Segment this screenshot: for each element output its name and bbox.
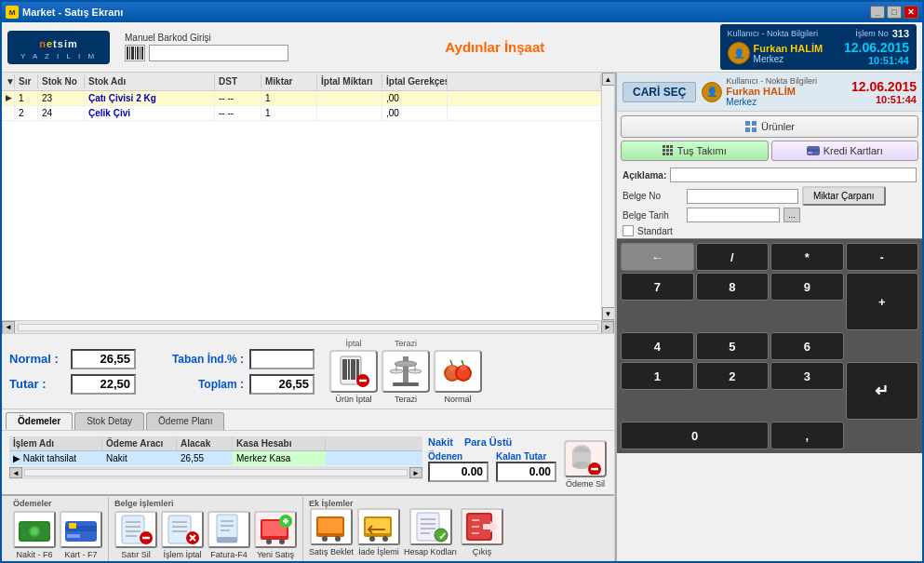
belge-no-label: Belge No bbox=[623, 191, 683, 201]
numpad-plus[interactable]: + bbox=[846, 273, 919, 330]
belge-no-input[interactable] bbox=[687, 189, 798, 204]
kalan-value: 0.00 bbox=[496, 462, 556, 482]
yeni-satis-button[interactable]: Yeni Satış bbox=[254, 511, 297, 559]
aciklama-input[interactable] bbox=[670, 168, 917, 182]
islem-iptal-button[interactable]: İşlem İptal bbox=[161, 511, 204, 559]
miktar-carpani-button[interactable]: Miktar Çarpanı bbox=[802, 186, 886, 206]
kullanici-nokta-label: Kullanıcı - Nokta Bilgileri bbox=[726, 76, 817, 86]
urun-iptal-button[interactable]: Ürün İptal bbox=[329, 350, 378, 404]
th-miktar: Miktar bbox=[261, 74, 317, 88]
td-iptal-miktar bbox=[317, 106, 382, 120]
logo-text: netsim bbox=[39, 34, 77, 51]
horizontal-scrollbar[interactable]: ◄ ► bbox=[2, 320, 614, 333]
maximize-button[interactable]: □ bbox=[887, 6, 902, 19]
numpad-6[interactable]: 6 bbox=[770, 332, 844, 360]
tab-stok-detay[interactable]: Stok Detay bbox=[74, 412, 144, 430]
islem-iptal-icon bbox=[161, 511, 204, 548]
scroll-right-button[interactable]: ► bbox=[601, 321, 614, 334]
tab-odemeler[interactable]: Ödemeler bbox=[6, 412, 73, 430]
numpad-left-arrow[interactable]: ← bbox=[621, 243, 694, 271]
numpad-minus[interactable]: - bbox=[846, 243, 919, 271]
numpad-7[interactable]: 7 bbox=[621, 273, 694, 301]
th-indicator: ▼ bbox=[2, 74, 15, 88]
taban-ind-value bbox=[249, 349, 315, 369]
numpad-row-3: 4 5 6 bbox=[621, 332, 918, 360]
table-body[interactable]: ▶ 1 23 Çatı Çivisi 2 Kg -- -- 1 ,00 bbox=[2, 91, 601, 121]
numpad-row-5: 0 , bbox=[621, 422, 918, 449]
numpad-row-2: 7 8 9 + bbox=[621, 273, 918, 330]
urunler-area: Ürünler Tuş Takımı Kredi Kartları bbox=[617, 112, 922, 165]
p-scroll-right[interactable]: ► bbox=[409, 467, 422, 478]
nakit-f6-button[interactable]: Nakit - F6 bbox=[13, 511, 56, 559]
numpad: ← / * - 7 8 9 + bbox=[617, 238, 922, 453]
tabs-section: Ödemeler Stok Detay Ödeme Planı bbox=[2, 409, 614, 430]
nakit-icon bbox=[13, 511, 56, 548]
svg-point-77 bbox=[369, 536, 375, 542]
cikis-button[interactable]: Çıkış bbox=[461, 508, 503, 556]
table-row[interactable]: 2 24 Çelik Çivi -- -- 1 ,00 bbox=[2, 106, 601, 121]
cari-sec-button[interactable]: CARİ SEÇ bbox=[623, 82, 696, 102]
numpad-multiply[interactable]: * bbox=[770, 243, 844, 271]
belge-tarih-input[interactable] bbox=[687, 208, 780, 222]
payment-row[interactable]: ▶ Nakit tahsilat Nakit 26,55 Merkez Kasa bbox=[9, 451, 422, 466]
terazi-button[interactable]: Terazi bbox=[382, 350, 430, 404]
kredi-kartlari-button[interactable]: Kredi Kartları bbox=[771, 141, 919, 161]
p-scroll-left[interactable]: ◄ bbox=[9, 467, 22, 478]
barcode-input[interactable] bbox=[149, 45, 288, 61]
svg-point-67 bbox=[279, 539, 285, 544]
svg-point-78 bbox=[382, 536, 388, 542]
standart-checkbox[interactable] bbox=[623, 225, 634, 236]
table-content: ▼ Sır Stok No Stok Adı DST Miktar İptal … bbox=[2, 73, 601, 320]
product-table-area: ▼ Sır Stok No Stok Adı DST Miktar İptal … bbox=[2, 73, 614, 333]
table-scrollbar[interactable]: ▲ ▼ bbox=[601, 73, 614, 320]
scroll-down-button[interactable]: ▼ bbox=[602, 307, 615, 320]
table-row[interactable]: ▶ 1 23 Çatı Çivisi 2 Kg -- -- 1 ,00 bbox=[2, 91, 601, 106]
payment-horiz-scroll[interactable]: ◄ ► bbox=[9, 466, 422, 479]
kart-f7-button[interactable]: Kart - F7 bbox=[60, 511, 102, 559]
scroll-left-button[interactable]: ◄ bbox=[2, 321, 15, 334]
numpad-5[interactable]: 5 bbox=[696, 332, 770, 360]
numpad-4[interactable]: 4 bbox=[621, 332, 694, 360]
belge-tarih-picker-button[interactable]: ... bbox=[783, 208, 800, 222]
td-stok-adi: Çelik Çivi bbox=[85, 106, 215, 120]
ek-islemler-title: Ek İşlemler bbox=[309, 499, 503, 508]
islem-iptal-label: İşlem İptal bbox=[163, 550, 201, 559]
tus-kredi-row: Tuş Takımı Kredi Kartları bbox=[621, 141, 918, 161]
scroll-up-button[interactable]: ▲ bbox=[602, 73, 615, 86]
fatura-f4-label: Fatura-F4 bbox=[210, 550, 248, 559]
nakit-section: Nakit Para Üstü Ödenen 0.00 Kalan Tutar bbox=[428, 436, 558, 482]
satis-beklet-button[interactable]: Satış Beklet bbox=[309, 508, 354, 556]
numpad-divide[interactable]: / bbox=[696, 243, 770, 271]
hesap-kodlari-button[interactable]: ✓ Hesap Kodları bbox=[404, 508, 457, 556]
odeme-sil-button[interactable]: Ödeme Sil bbox=[564, 440, 607, 489]
numpad-2[interactable]: 2 bbox=[696, 362, 770, 390]
svg-point-39 bbox=[31, 528, 38, 535]
numpad-row-4: 1 2 3 ↵ bbox=[621, 362, 918, 420]
numpad-0[interactable]: 0 bbox=[621, 422, 769, 449]
td-iptal-gerekce: ,00 bbox=[382, 106, 448, 120]
urunler-button[interactable]: Ürünler bbox=[621, 115, 918, 138]
satir-sil-button[interactable]: Satır Sil bbox=[114, 511, 157, 559]
numpad-comma[interactable]: , bbox=[770, 422, 844, 449]
kullanici-label: Kullanıcı - Nokta Bilgileri bbox=[728, 29, 819, 38]
payment-bottom: İşlem Adı Ödeme Aracı Alacak Kasa Hesabı… bbox=[6, 434, 610, 491]
numpad-3[interactable]: 3 bbox=[770, 362, 844, 390]
fatura-f4-button[interactable]: Fatura-F4 bbox=[208, 511, 250, 559]
svg-rect-40 bbox=[19, 525, 24, 529]
numpad-9[interactable]: 9 bbox=[770, 273, 844, 301]
td-iptal-miktar bbox=[317, 91, 382, 105]
avatar-right: 👤 bbox=[702, 82, 722, 102]
numpad-8[interactable]: 8 bbox=[696, 273, 770, 301]
table-wrapper: ▼ Sır Stok No Stok Adı DST Miktar İptal … bbox=[2, 73, 614, 320]
iade-islemi-button[interactable]: İade İşlemi bbox=[357, 508, 400, 556]
numpad-1[interactable]: 1 bbox=[621, 362, 694, 390]
minimize-button[interactable]: _ bbox=[870, 6, 885, 19]
tab-odeme-plani[interactable]: Ödeme Planı bbox=[146, 412, 224, 430]
user-right-info: 👤 Kullanıcı - Nokta Bilgileri Furkan HAL… bbox=[702, 76, 817, 107]
close-button[interactable]: ✕ bbox=[904, 6, 918, 19]
titlebar-controls[interactable]: _ □ ✕ bbox=[870, 6, 918, 19]
odenen-col: Ödenen 0.00 bbox=[428, 451, 489, 482]
tus-takimi-button[interactable]: Tuş Takımı bbox=[621, 141, 769, 161]
numpad-enter[interactable]: ↵ bbox=[846, 362, 919, 420]
normal-button[interactable]: Normal bbox=[434, 350, 482, 404]
